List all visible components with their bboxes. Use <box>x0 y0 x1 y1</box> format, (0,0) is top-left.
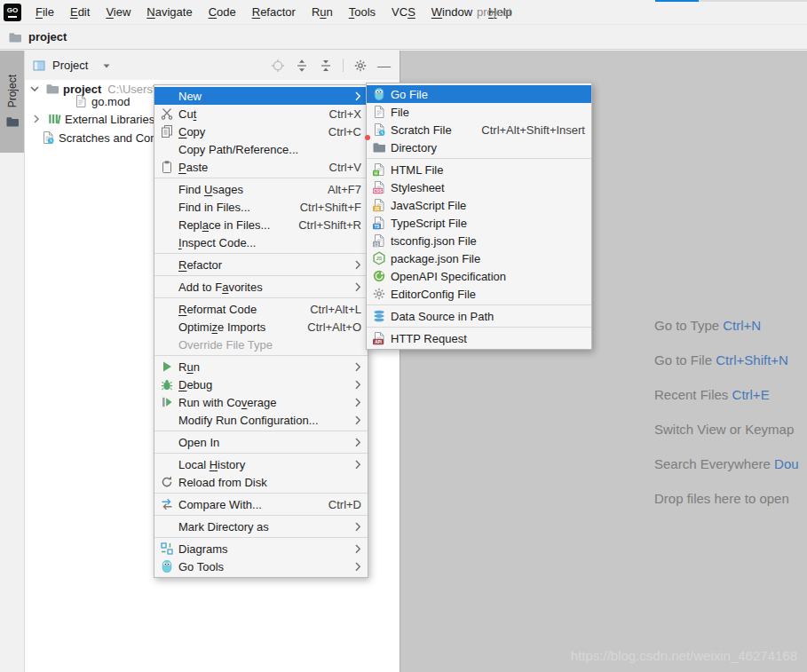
tree-row-gomod[interactable]: go.mod <box>74 92 130 110</box>
tree-item-label[interactable]: go.mod <box>91 95 130 108</box>
menu-shortcut: Ctrl+Alt+O <box>293 320 361 334</box>
openapi-icon <box>370 269 388 283</box>
menubar-item[interactable]: Edit <box>62 0 98 24</box>
project-panel-header: Project — <box>25 51 400 80</box>
top-blue-strip <box>655 0 699 2</box>
submenu-arrow-icon <box>348 522 361 532</box>
run-icon <box>158 360 176 374</box>
context-menu-item[interactable]: Run with Coverage <box>154 393 368 411</box>
refresh-icon <box>158 475 176 489</box>
menu-shortcut: Ctrl+V <box>315 161 361 174</box>
project-view-selector[interactable]: Project <box>52 59 88 72</box>
diagrams-icon <box>158 542 176 556</box>
menubar-item[interactable]: View <box>98 0 138 24</box>
cut-icon <box>158 107 176 121</box>
new-submenu-item[interactable]: EditorConfig File <box>367 285 591 303</box>
new-submenu-item[interactable]: OpenAPI Specification <box>367 267 591 285</box>
menu-separator <box>367 327 591 328</box>
db-icon <box>370 309 388 323</box>
tsconfig-icon: {;} <box>370 233 388 248</box>
new-submenu-item[interactable]: CSSStylesheet <box>367 178 591 196</box>
new-submenu-item[interactable]: Directory <box>367 138 591 156</box>
context-menu-item[interactable]: CopyCtrl+C <box>154 123 368 140</box>
hide-panel-icon[interactable]: — <box>377 59 391 72</box>
context-menu-item[interactable]: Replace in Files...Ctrl+Shift+R <box>154 216 368 233</box>
new-submenu-item[interactable]: File <box>367 103 591 121</box>
new-submenu-item[interactable]: Data Source in Path <box>367 307 591 325</box>
menu-bar: GO FileEditViewNavigateCodeRefactorRunTo… <box>0 0 807 25</box>
context-menu-item[interactable]: Open In <box>154 433 368 451</box>
context-menu-item[interactable]: Find UsagesAlt+F7 <box>154 180 368 198</box>
new-submenu-item[interactable]: JSpackage.json File <box>367 249 591 267</box>
menu-separator <box>154 275 368 276</box>
context-menu-item[interactable]: New <box>154 87 368 105</box>
context-menu-item[interactable]: Diagrams <box>154 540 368 557</box>
tree-item-label[interactable]: Scratches and Con <box>59 131 157 145</box>
tree-row-external-libraries[interactable]: External Libraries <box>29 110 154 128</box>
locate-file-icon[interactable] <box>271 59 285 73</box>
context-menu-item[interactable]: Add to Favorites <box>154 278 368 296</box>
context-menu-item[interactable]: Go Tools <box>154 557 368 575</box>
context-menu-item[interactable]: Modify Run Configuration... <box>154 411 368 429</box>
menu-shortcut: Ctrl+C <box>314 125 361 138</box>
submenu-arrow-icon <box>348 562 361 572</box>
context-menu-item[interactable]: Mark Directory as <box>154 518 368 535</box>
menubar-item[interactable]: Run <box>304 0 341 24</box>
context-menu-item[interactable]: Inspect Code... <box>154 233 368 251</box>
menubar-item[interactable]: Code <box>201 0 244 24</box>
new-submenu-item[interactable]: JSJavaScript File <box>367 196 591 214</box>
copy-icon <box>158 124 176 138</box>
menu-shortcut: Ctrl+D <box>314 498 361 511</box>
tree-item-label[interactable]: External Libraries <box>65 113 154 126</box>
menu-shortcut: Alt+F7 <box>313 183 361 196</box>
context-menu-item[interactable]: CutCtrl+X <box>154 105 368 123</box>
context-menu-item[interactable]: Debug <box>154 376 368 393</box>
tree-row-scratches[interactable]: Scratches and Con <box>41 129 157 146</box>
settings-gear-icon[interactable] <box>353 59 368 73</box>
menubar-item[interactable]: Navigate <box>138 0 200 24</box>
gofile-icon <box>370 87 388 101</box>
context-menu-item[interactable]: Reformat CodeCtrl+Alt+L <box>154 300 368 318</box>
svg-text:{;}: {;} <box>374 242 378 247</box>
context-menu-item[interactable]: Refactor <box>154 256 368 273</box>
submenu-arrow-icon <box>348 460 361 470</box>
context-menu-item[interactable]: Find in Files...Ctrl+Shift+F <box>154 198 368 216</box>
context-menu-item[interactable]: Local History <box>154 455 368 473</box>
new-submenu-item[interactable]: APIHTTP Request <box>367 329 591 347</box>
chevron-down-icon[interactable] <box>99 59 114 73</box>
chevron-right-icon[interactable] <box>29 112 44 126</box>
menu-shortcut: Ctrl+Shift+R <box>284 218 361 232</box>
new-submenu-item[interactable]: Scratch FileCtrl+Alt+Shift+Insert <box>367 121 591 138</box>
collapse-all-icon[interactable] <box>319 59 333 73</box>
submenu-arrow-icon <box>348 380 361 390</box>
new-submenu-item[interactable]: HHTML File <box>367 161 591 178</box>
context-menu-item[interactable]: Optimize ImportsCtrl+Alt+O <box>154 318 368 336</box>
context-menu-item[interactable]: Compare With...Ctrl+D <box>154 495 368 513</box>
editorconfig-icon <box>370 287 388 301</box>
new-submenu-item[interactable]: {;}tsconfig.json File <box>367 232 591 249</box>
menu-separator <box>367 304 591 305</box>
expand-all-icon[interactable] <box>295 59 309 73</box>
project-tool-window-button[interactable]: Project <box>0 51 24 153</box>
new-submenu-item[interactable]: TSTypeScript File <box>367 214 591 232</box>
menubar-item[interactable]: Window <box>423 0 480 24</box>
editor-shortcut-hint: Switch View or Keymap <box>654 422 794 437</box>
context-menu-item[interactable]: Run <box>154 358 368 376</box>
context-menu-item[interactable]: Copy Path/Reference... <box>154 140 368 158</box>
menubar-item[interactable]: Refactor <box>244 0 304 24</box>
context-menu-item[interactable]: PasteCtrl+V <box>154 158 368 176</box>
menu-separator <box>154 537 368 538</box>
chevron-down-icon[interactable] <box>28 82 42 96</box>
context-menu: NewCutCtrl+XCopyCtrl+CCopy Path/Referenc… <box>154 84 368 578</box>
scratch-icon <box>370 123 388 137</box>
breadcrumb-project[interactable]: project <box>28 30 67 43</box>
menu-shortcut: Ctrl+Alt+L <box>296 303 361 316</box>
menubar-item[interactable]: VCS <box>384 0 423 24</box>
svg-text:TS: TS <box>375 225 380 229</box>
menubar-item[interactable]: Tools <box>341 0 384 24</box>
editor-shortcut-hint: Go to Type Ctrl+N <box>654 318 761 333</box>
menubar-item[interactable]: File <box>28 0 62 24</box>
new-submenu-item[interactable]: Go File <box>367 85 591 103</box>
navigation-bar[interactable]: project <box>0 25 807 50</box>
context-menu-item[interactable]: Reload from Disk <box>154 473 368 491</box>
